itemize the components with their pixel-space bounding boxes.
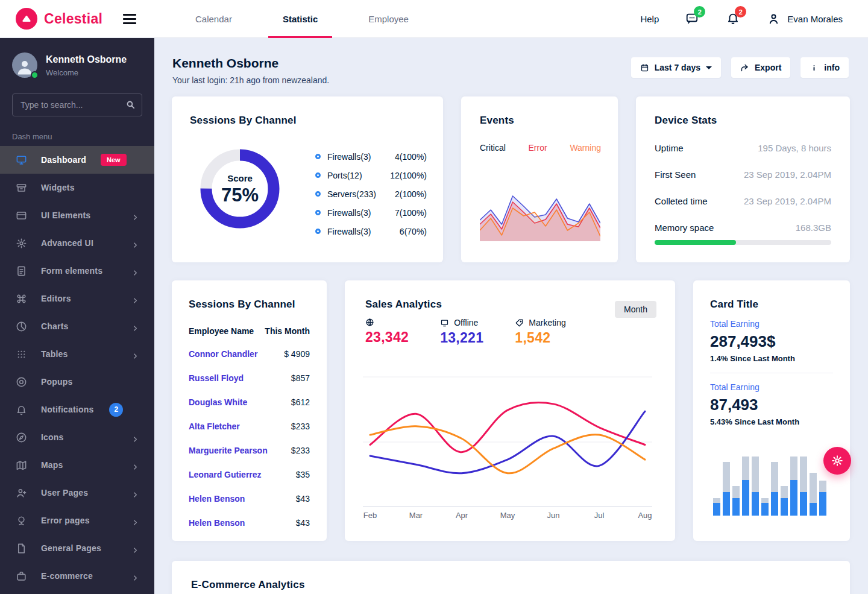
employee-name-link[interactable]: Marguerite Pearson [189,446,268,455]
bar [790,457,797,516]
sidebar-item-icons[interactable]: Icons [0,423,154,451]
table-row: Leonard Gutierrez $35 [189,463,310,487]
card-title: Events [480,115,514,127]
legend-bullet-icon [315,154,321,159]
chevron-right-icon [132,240,139,247]
legend-item: Firewalls(3) 7(100%) [315,203,427,222]
employee-name-link[interactable]: Douglas White [189,397,247,407]
sidebar-item-error-pages[interactable]: Error pages [0,507,154,534]
chevron-right-icon [132,295,139,302]
sidebar-item-charts[interactable]: Charts [0,312,154,340]
x-label-apr: Apr [456,511,468,520]
employee-name-link[interactable]: Alta Fletcher [189,422,240,431]
tab-calendar[interactable]: Calendar [170,0,257,38]
divider [710,373,833,373]
events-label-warning[interactable]: Warning [570,143,601,153]
card-sessions-by-channel-donut: Sessions By Channel Score 75% Firewalls(… [172,96,443,262]
table-row: Douglas White $612 [189,390,310,414]
card-earnings: Card Title Total Earning 287,493$ 1.4% S… [693,280,850,541]
employee-name-link[interactable]: Leonard Gutierrez [189,470,262,479]
sales-stat-offline: Offline 13,221 [440,318,483,346]
x-label-jul: Jul [594,511,605,520]
events-label-error[interactable]: Error [529,143,547,153]
gear-icon [831,454,844,467]
card-sales-analytics: Sales Analytics Month Online 23,342Offli… [345,280,675,541]
table-row: Connor Chandler $ 4909 [189,342,310,366]
top-navbar: Celestial CalendarStatisticEmployee Help… [0,0,868,38]
card-title: Card Title [710,299,758,311]
user-menu[interactable]: Evan Morales [767,13,843,25]
help-link[interactable]: Help [640,14,659,24]
online-icon: Online [365,318,374,327]
chevron-right-icon [132,351,139,358]
total-earning-delta-2: 5.43% Since Last Month [710,417,799,426]
sidebar-item-form-elements[interactable]: Form elements [0,257,154,285]
date-range-button[interactable]: Last 7 days [631,57,721,78]
ui-elements-icon [16,210,27,221]
settings-fab-button[interactable] [823,447,851,475]
period-month-button[interactable]: Month [615,301,656,318]
search-input[interactable] [12,93,142,116]
tab-statistic[interactable]: Statistic [257,0,343,38]
sidebar-item-user-pages[interactable]: User Pages [0,479,154,507]
sidebar-item-maps[interactable]: Maps [0,451,154,479]
x-label-jun: Jun [547,511,560,520]
sidebar-item-notifications[interactable]: Notifications2 [0,396,154,423]
donut-legend: Firewalls(3) 4(100%) Ports(12) 12(100%) … [315,147,427,241]
bar [810,473,817,516]
events-series-labels: CriticalErrorWarning [480,143,601,153]
maps-icon [16,460,27,471]
export-icon [740,63,749,72]
bar [819,481,826,516]
sidebar-item-advanced-ui[interactable]: Advanced UI [0,229,154,257]
advanced-ui-icon [16,238,27,249]
employee-name-link[interactable]: Connor Chandler [189,349,257,359]
marketing-icon [515,318,524,327]
chevron-right-icon [132,212,139,219]
sidebar-item-ui-elements[interactable]: UI Elements [0,201,154,229]
bar [742,457,749,516]
tab-employee[interactable]: Employee [343,0,434,38]
chevron-right-icon [132,573,139,580]
donut-score-label: Score [196,173,284,183]
events-label-critical[interactable]: Critical [480,143,506,153]
x-label-may: May [500,511,515,520]
total-earning-value-1: 287,493$ [710,332,775,351]
caret-down-icon [706,66,712,69]
bar [732,486,740,516]
sidebar-item-tables[interactable]: Tables [0,340,154,368]
widgets-icon [16,182,27,194]
bar [723,462,730,516]
search-icon[interactable] [125,100,136,110]
device-stat-first-seen: First Seen 23 Sep 2019, 2.04PM [655,161,831,188]
user-name: Evan Morales [787,14,843,24]
page-title: Kenneth Osborne [172,56,278,71]
messages-button[interactable]: 2 [685,11,700,26]
messages-badge: 2 [694,6,705,17]
legend-bullet-icon [315,191,321,197]
menu-toggle-icon[interactable] [123,14,136,24]
notifications-badge: 2 [735,6,746,17]
sidebar-profile[interactable]: Kenneth Osborne Welcome [0,38,154,84]
sidebar-item-general-pages[interactable]: General Pages [0,534,154,562]
sales-x-axis-labels: FebMarAprMayJunJulAug [363,511,652,522]
e-commerce-icon [16,570,27,582]
sidebar-item-dashboard[interactable]: DashboardNew [0,146,154,174]
employee-name-link[interactable]: Helen Benson [189,518,245,528]
sidebar-item-editors[interactable]: Editors [0,285,154,312]
device-stats-rows: Uptime 195 Days, 8 hoursFirst Seen 23 Se… [655,134,831,241]
x-label-feb: Feb [363,511,377,520]
sidebar-item-e-commerce[interactable]: E-commerce [0,562,154,590]
new-badge: New [101,154,127,166]
employee-name-link[interactable]: Russell Floyd [189,373,244,383]
notifications-button[interactable]: 2 [726,11,741,26]
export-button[interactable]: Export [731,57,790,78]
sidebar-item-widgets[interactable]: Widgets [0,174,154,201]
score-donut-chart: Score 75% [196,145,284,233]
info-button[interactable]: info [800,57,849,78]
employee-name-link[interactable]: Helen Benson [189,494,245,504]
calendar-icon [640,63,649,72]
sidebar-item-popups[interactable]: Popups [0,368,154,396]
events-area-chart [480,181,600,244]
count-badge: 2 [109,403,123,417]
